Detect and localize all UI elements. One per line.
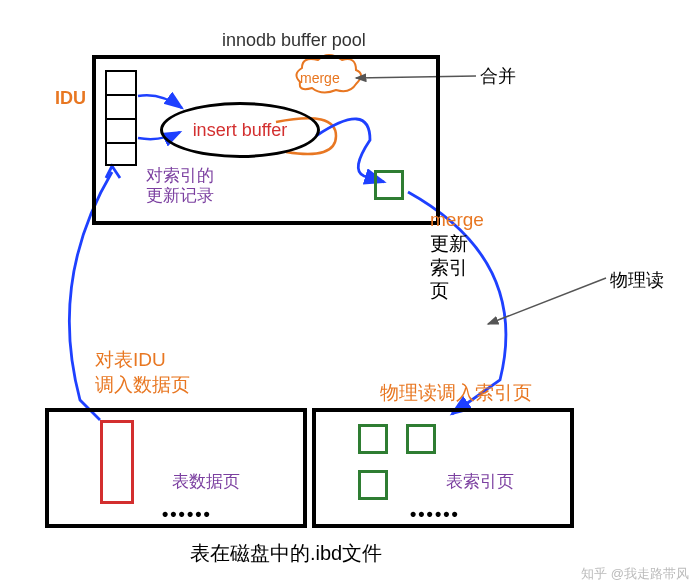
- idx-box-3: [358, 470, 388, 500]
- anno-arrow-phys: [488, 278, 606, 324]
- phys-read-label: 物理读调入索引页: [380, 380, 532, 406]
- merge-en-text: merge: [430, 208, 484, 232]
- insert-buffer-label: insert buffer: [193, 120, 288, 141]
- anno-physical-label: 物理读: [610, 268, 664, 292]
- merge-update-label: merge 更新 索引 页: [430, 208, 484, 303]
- stack-cell: [105, 70, 137, 94]
- dots-left: ••••••: [162, 504, 212, 525]
- anno-merge-label: 合并: [480, 64, 516, 88]
- stack-cell: [105, 94, 137, 118]
- merge-cn-text: 更新 索引 页: [430, 232, 484, 303]
- buffer-green-box: [374, 170, 404, 200]
- idx-box-1: [358, 424, 388, 454]
- data-page-label: 表数据页: [172, 470, 240, 493]
- disk-idu-label: 对表IDU 调入数据页: [95, 348, 190, 397]
- insert-buffer-ellipse: insert buffer: [160, 102, 320, 158]
- pages-stack: [105, 70, 137, 166]
- idx-update-label: 对索引的 更新记录: [146, 166, 214, 207]
- dots-right: ••••••: [410, 504, 460, 525]
- watermark: 知乎 @我走路带风: [581, 565, 689, 583]
- idu-label: IDU: [55, 88, 86, 109]
- data-page-box: [100, 420, 134, 504]
- caption-label: 表在磁盘中的.ibd文件: [190, 540, 382, 567]
- stack-cell: [105, 118, 137, 142]
- stack-cell: [105, 142, 137, 166]
- merge-cloud-label: merge: [300, 70, 340, 86]
- idx-box-2: [406, 424, 436, 454]
- pool-title: innodb buffer pool: [222, 30, 366, 51]
- idx-page-label: 表索引页: [446, 470, 514, 493]
